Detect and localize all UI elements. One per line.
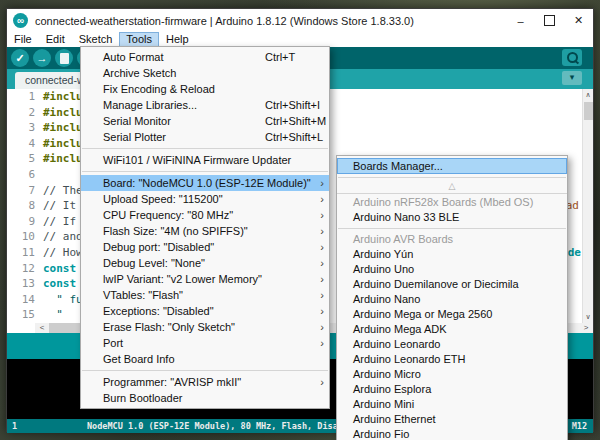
menu-item-arduino-mega-adk[interactable]: Arduino Mega ADK: [337, 322, 567, 337]
menu-item-manage-libraries[interactable]: Manage Libraries...Ctrl+Shift+I: [81, 97, 329, 113]
menu-separator: [82, 148, 328, 149]
menu-tools[interactable]: Tools: [119, 32, 159, 47]
menu-item-label: Debug port: "Disabled": [103, 241, 214, 253]
menu-item-programmer-avrisp-mkii[interactable]: Programmer: "AVRISP mkII"›: [81, 374, 329, 390]
tab-dropdown-button[interactable]: ▾: [562, 71, 582, 85]
menu-item-debug-level-none[interactable]: Debug Level: "None"›: [81, 255, 329, 271]
new-sketch-button[interactable]: [55, 49, 73, 67]
line-number: 8: [7, 198, 43, 214]
menu-sketch[interactable]: Sketch: [72, 32, 120, 47]
menu-item-arduino-avr-boards: Arduino AVR Boards: [337, 232, 567, 247]
menu-item-label: Get Board Info: [103, 353, 175, 365]
menu-item-arduino-leonardo[interactable]: Arduino Leonardo: [337, 337, 567, 352]
menu-item-shortcut: Ctrl+T: [265, 49, 295, 65]
chevron-down-icon: ▾: [570, 72, 575, 82]
menu-separator: [338, 177, 566, 178]
arduino-logo-icon: ∞: [13, 13, 28, 28]
menu-item-arduino-ethernet[interactable]: Arduino Ethernet: [337, 412, 567, 427]
menu-item-label: Arduino AVR Boards: [353, 233, 453, 245]
maximize-button[interactable]: [535, 9, 564, 32]
menu-item-flash-size-4m-no-spiffs[interactable]: Flash Size: "4M (no SPIFFS)"›: [81, 223, 329, 239]
menu-item-arduino-nano-33-ble[interactable]: Arduino Nano 33 BLE: [337, 210, 567, 225]
menu-item-label: Burn Bootloader: [103, 392, 183, 404]
menu-item-label: Manage Libraries...: [103, 99, 197, 111]
window-title: connected-weatherstation-firmware | Ardu…: [35, 15, 414, 27]
menu-item-get-board-info[interactable]: Get Board Info: [81, 351, 329, 367]
menu-item-boards-manager[interactable]: Boards Manager...: [337, 158, 567, 174]
menu-item-lwip-variant-v2-lower-memory[interactable]: lwIP Variant: "v2 Lower Memory"›: [81, 271, 329, 287]
menu-item-serial-monitor[interactable]: Serial MonitorCtrl+Shift+M: [81, 113, 329, 129]
menu-item-label: Archive Sketch: [103, 67, 176, 79]
menu-item-cpu-frequency-80-mhz[interactable]: CPU Frequency: "80 MHz"›: [81, 207, 329, 223]
menu-item-board-nodemcu-1-0-esp-12e-module[interactable]: Board: "NodeMCU 1.0 (ESP-12E Module)"›: [81, 175, 329, 191]
upload-button[interactable]: →: [33, 49, 51, 67]
window-controls: – ✕: [506, 9, 593, 32]
menu-help[interactable]: Help: [159, 32, 196, 47]
submenu-arrow-icon: ›: [320, 271, 324, 287]
submenu-arrow-icon: ›: [320, 207, 324, 223]
scroll-left-arrow-icon[interactable]: <: [35, 323, 49, 333]
submenu-arrow-icon: ›: [320, 303, 324, 319]
menu-item-arduino-fio[interactable]: Arduino Fio: [337, 427, 567, 440]
minimize-button[interactable]: –: [506, 9, 535, 32]
menu-item-port[interactable]: Port›: [81, 335, 329, 351]
menu-item-exceptions-disabled[interactable]: Exceptions: "Disabled"›: [81, 303, 329, 319]
menu-item-arduino-esplora[interactable]: Arduino Esplora: [337, 382, 567, 397]
menu-item-archive-sketch[interactable]: Archive Sketch: [81, 65, 329, 81]
menu-item-label: Serial Plotter: [103, 131, 166, 143]
menu-item-arduino-nano[interactable]: Arduino Nano: [337, 292, 567, 307]
maximize-icon: [544, 15, 555, 26]
menu-item-label: Arduino Mega or Mega 2560: [353, 308, 492, 320]
vertical-scrollbar-thumb[interactable]: [584, 102, 593, 120]
line-number: 13: [7, 276, 43, 292]
code-text: #inclu: [43, 152, 83, 165]
line-number: 15: [7, 307, 43, 323]
line-number: 7: [7, 183, 43, 199]
menu-item-erase-flash-only-sketch[interactable]: Erase Flash: "Only Sketch"›: [81, 319, 329, 335]
menu-item-label: Arduino Leonardo: [353, 338, 440, 350]
menu-item-upload-speed-115200[interactable]: Upload Speed: "115200"›: [81, 191, 329, 207]
menu-item-burn-bootloader[interactable]: Burn Bootloader: [81, 390, 329, 406]
menu-item-debug-port-disabled[interactable]: Debug port: "Disabled"›: [81, 239, 329, 255]
menu-item-wifi101-wifinina-firmware-update[interactable]: WiFi101 / WiFiNINA Firmware Updater: [81, 152, 329, 168]
line-number: 14: [7, 292, 43, 308]
menu-item-label: Arduino Fio: [353, 428, 409, 440]
menu-item-arduino-leonardo-eth[interactable]: Arduino Leonardo ETH: [337, 352, 567, 367]
scroll-right-arrow-icon[interactable]: >: [579, 323, 593, 333]
line-number: 1: [7, 89, 43, 105]
menu-item-label: Board: "NodeMCU 1.0 (ESP-12E Module)": [103, 177, 311, 189]
vertical-scrollbar[interactable]: ∧ ∨: [582, 89, 593, 323]
code-text: // It: [43, 199, 76, 212]
scroll-up-hint-icon[interactable]: △: [337, 181, 567, 194]
status-right-fragment: M12: [572, 419, 587, 433]
submenu-arrow-icon: ›: [320, 287, 324, 303]
scroll-up-arrow-icon[interactable]: ∧: [583, 89, 593, 101]
serial-monitor-button[interactable]: [562, 49, 582, 66]
menu-item-arduino-duemilanove-or-diecimila[interactable]: Arduino Duemilanove or Diecimila: [337, 277, 567, 292]
menu-item-label: Arduino Duemilanove or Diecimila: [353, 278, 519, 290]
submenu-arrow-icon: ›: [320, 374, 324, 390]
menu-edit[interactable]: Edit: [39, 32, 72, 47]
menu-item-label: Arduino Nano: [353, 293, 420, 305]
menu-item-auto-format[interactable]: Auto FormatCtrl+T: [81, 49, 329, 65]
menu-item-arduino-y-n[interactable]: Arduino Yún: [337, 247, 567, 262]
menu-item-vtables-flash[interactable]: VTables: "Flash"›: [81, 287, 329, 303]
submenu-arrow-icon: ›: [320, 191, 324, 207]
menu-file[interactable]: File: [7, 32, 39, 47]
menu-item-arduino-mini[interactable]: Arduino Mini: [337, 397, 567, 412]
menu-item-serial-plotter[interactable]: Serial PlotterCtrl+Shift+L: [81, 129, 329, 145]
menu-item-label: Arduino Mini: [353, 398, 414, 410]
close-button[interactable]: ✕: [564, 9, 593, 32]
menu-item-label: lwIP Variant: "v2 Lower Memory": [103, 273, 262, 285]
menu-item-arduino-mega-or-mega-2560[interactable]: Arduino Mega or Mega 2560: [337, 307, 567, 322]
menu-item-arduino-micro[interactable]: Arduino Micro: [337, 367, 567, 382]
verify-button[interactable]: ✓: [11, 49, 29, 67]
scroll-down-arrow-icon[interactable]: ∨: [583, 311, 593, 323]
menu-item-shortcut: Ctrl+Shift+L: [265, 129, 323, 145]
menu-item-label: Upload Speed: "115200": [103, 193, 223, 205]
menu-item-fix-encoding-reload[interactable]: Fix Encoding & Reload: [81, 81, 329, 97]
line-number: 6: [7, 167, 43, 183]
menu-item-arduino-uno[interactable]: Arduino Uno: [337, 262, 567, 277]
menu-item-label: Port: [103, 337, 123, 349]
menu-item-label: Arduino Nano 33 BLE: [353, 211, 459, 223]
